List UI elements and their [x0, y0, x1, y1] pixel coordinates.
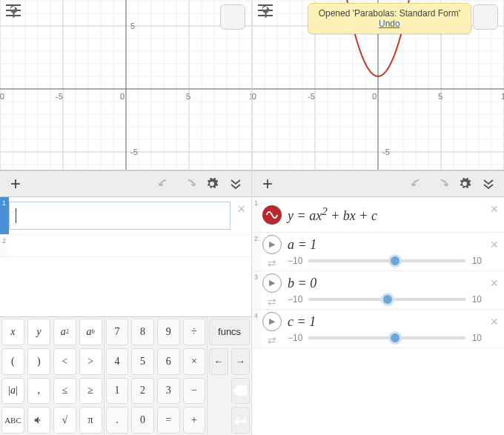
row-index: 4: [252, 310, 261, 348]
key-y[interactable]: y: [27, 319, 50, 345]
key-=[interactable]: =: [157, 407, 180, 434]
key-)[interactable]: ): [27, 348, 50, 375]
toast-message: Opened 'Parabolas: Standard Form': [319, 8, 460, 19]
expression-content[interactable]: y = ax2 + bx + c: [283, 197, 504, 232]
key-ABC[interactable]: ABC: [1, 407, 24, 434]
key-2[interactable]: 2: [131, 378, 154, 405]
collapse-button[interactable]: [226, 174, 245, 193]
delete-row-button[interactable]: ×: [490, 237, 498, 253]
row-index: 3: [252, 271, 261, 309]
collapse-button[interactable]: [479, 174, 498, 193]
key-≥[interactable]: ≥: [79, 378, 102, 405]
toast-undo-link[interactable]: Undo: [319, 19, 460, 29]
key-x[interactable]: x: [1, 319, 24, 345]
delete-row-button[interactable]: ×: [237, 202, 245, 217]
key-a²[interactable]: a2: [53, 319, 76, 345]
slider-track[interactable]: [308, 298, 465, 301]
slider-track[interactable]: [308, 259, 465, 262]
key-<[interactable]: <: [53, 348, 76, 375]
graph-canvas-left[interactable]: -10-50510-55: [0, 0, 251, 170]
key-6[interactable]: 6: [157, 348, 180, 375]
key-4[interactable]: 4: [106, 348, 129, 375]
expression-toolbar-right: +: [252, 170, 504, 197]
svg-text:-5: -5: [56, 92, 63, 101]
toast-notification: Opened 'Parabolas: Standard Form' Undo: [308, 3, 471, 34]
key->[interactable]: >: [79, 348, 102, 375]
expression-content[interactable]: c = 1 −10 10: [283, 310, 504, 348]
key-1[interactable]: 1: [106, 378, 129, 405]
expression-row[interactable]: 3 ▶⇄ b = 0 −10 10 ×: [252, 271, 504, 310]
add-expression-button[interactable]: +: [258, 173, 277, 194]
key-.[interactable]: .: [106, 407, 129, 434]
graph-canvas-right[interactable]: -10-50510-55 Opened 'Parabolas: Standard…: [252, 0, 504, 170]
slider-thumb[interactable]: [388, 254, 402, 268]
play-button[interactable]: ▶: [262, 312, 282, 331]
expression-toolbar-left: +: [0, 170, 251, 197]
undo-button[interactable]: [155, 174, 174, 193]
redo-button[interactable]: [179, 174, 198, 193]
key-−[interactable]: −: [183, 378, 206, 405]
svg-text:-5: -5: [382, 147, 390, 156]
key-√[interactable]: √: [53, 407, 76, 434]
list-settings-button[interactable]: [455, 174, 474, 193]
key-0[interactable]: 0: [131, 407, 154, 434]
key-enter[interactable]: [231, 407, 250, 434]
loop-button[interactable]: ⇄: [268, 296, 276, 308]
key-funcs[interactable]: funcs: [209, 319, 250, 345]
key-aᵇ[interactable]: ab: [79, 319, 102, 345]
key-|a|[interactable]: |a|: [1, 378, 24, 405]
svg-text:5: 5: [438, 92, 442, 101]
delete-row-button[interactable]: ×: [490, 276, 498, 291]
key-7[interactable]: 7: [106, 319, 129, 345]
delete-row-button[interactable]: ×: [490, 314, 498, 330]
redo-button[interactable]: [431, 174, 451, 193]
plot-color-badge[interactable]: [262, 205, 282, 225]
key-5[interactable]: 5: [131, 348, 154, 375]
expression-formula: y = ax2 + bx + c: [288, 205, 500, 224]
expression-input[interactable]: [9, 202, 231, 230]
key-([interactable]: (: [1, 348, 24, 375]
slider-max: 10: [472, 333, 482, 343]
expression-row[interactable]: 1 ×: [0, 197, 251, 235]
key-3[interactable]: 3: [157, 378, 180, 405]
expression-row[interactable]: 2: [0, 235, 251, 257]
undo-button[interactable]: [408, 174, 427, 193]
key-×[interactable]: ×: [183, 348, 206, 375]
expression-formula: b = 0: [288, 276, 500, 291]
list-settings-button[interactable]: [202, 174, 222, 193]
key-right[interactable]: →: [231, 348, 250, 375]
settings-wrench-right[interactable]: [473, 4, 498, 30]
expression-content[interactable]: a = 1 −10 10: [283, 233, 504, 270]
svg-text:-5: -5: [308, 92, 315, 101]
slider-thumb[interactable]: [388, 331, 402, 345]
slider-track[interactable]: [308, 336, 465, 339]
loop-button[interactable]: ⇄: [268, 257, 276, 269]
svg-text:5: 5: [130, 21, 135, 30]
key-+[interactable]: +: [183, 407, 206, 434]
key-,[interactable]: ,: [27, 378, 50, 405]
key-back[interactable]: [231, 378, 250, 405]
expression-content[interactable]: b = 0 −10 10: [283, 271, 504, 309]
svg-text:-10: -10: [252, 92, 256, 101]
add-expression-button[interactable]: +: [6, 173, 25, 194]
key-left[interactable]: ←: [209, 348, 228, 375]
key-π[interactable]: π: [79, 407, 102, 434]
key-≤[interactable]: ≤: [53, 378, 76, 405]
loop-button[interactable]: ⇄: [268, 334, 276, 346]
expression-row[interactable]: 2 ▶⇄ a = 1 −10 10 ×: [252, 233, 504, 271]
play-button[interactable]: ▶: [262, 235, 282, 254]
key-9[interactable]: 9: [157, 319, 180, 345]
expression-row[interactable]: 4 ▶⇄ c = 1 −10 10 ×: [252, 310, 504, 348]
row-index: 1: [252, 197, 261, 232]
expression-row[interactable]: 1 y = ax2 + bx + c ×: [252, 197, 504, 233]
key-🔊[interactable]: [27, 407, 50, 434]
settings-wrench-left[interactable]: [220, 4, 245, 30]
play-button[interactable]: ▶: [262, 273, 282, 293]
expression-input[interactable]: [9, 235, 251, 256]
key-÷[interactable]: ÷: [183, 319, 206, 345]
row-index: 2: [252, 233, 261, 270]
slider-max: 10: [472, 294, 482, 305]
slider-thumb[interactable]: [381, 293, 394, 306]
delete-row-button[interactable]: ×: [490, 202, 498, 217]
key-8[interactable]: 8: [131, 319, 154, 345]
